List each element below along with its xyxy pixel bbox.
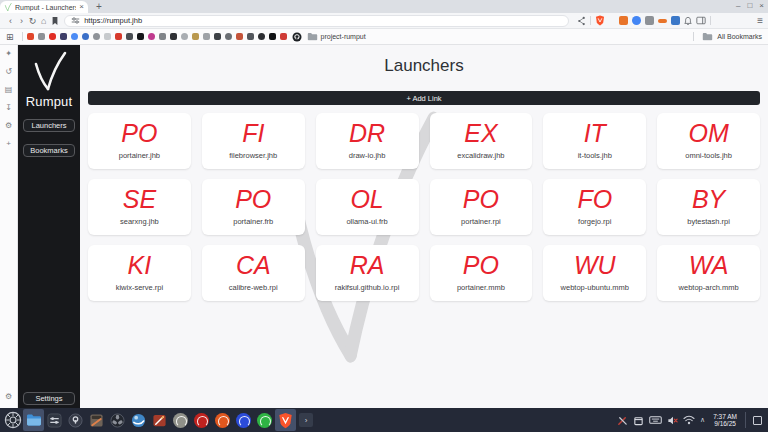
share-icon[interactable] bbox=[577, 16, 586, 26]
bookmark-favicon[interactable] bbox=[203, 33, 210, 40]
bookmark-favicon[interactable] bbox=[82, 33, 89, 40]
tray-keyboard-icon[interactable] bbox=[649, 415, 662, 425]
launcher-card[interactable]: EX excalidraw.jhb bbox=[430, 113, 533, 169]
window-close-button[interactable]: × bbox=[759, 1, 764, 11]
bookmark-favicon[interactable] bbox=[115, 33, 122, 40]
bookmark-favicon[interactable] bbox=[170, 33, 177, 40]
launcher-card[interactable]: PO portainer.rpi bbox=[430, 179, 533, 235]
bookmark-favicon[interactable] bbox=[71, 33, 78, 40]
show-desktop-button[interactable] bbox=[753, 416, 762, 425]
window-minimize-button[interactable]: – bbox=[736, 1, 740, 11]
tray-volume-muted-icon[interactable] bbox=[667, 415, 678, 426]
taskbar-profile-app[interactable] bbox=[170, 409, 191, 431]
tray-wifi-icon[interactable] bbox=[683, 415, 695, 425]
all-bookmarks[interactable]: All Bookmarks bbox=[689, 32, 762, 41]
translate-extension-icon[interactable] bbox=[671, 16, 680, 25]
history-icon[interactable]: ↺ bbox=[5, 67, 12, 77]
taskbar-profile-app[interactable] bbox=[212, 409, 233, 431]
taskbar-calculator[interactable] bbox=[86, 409, 107, 431]
launcher-card[interactable]: FO forgejo.rpi bbox=[543, 179, 646, 235]
sidebar-item-launchers[interactable]: Launchers bbox=[23, 119, 75, 132]
launcher-card[interactable]: OL ollama-ui.frb bbox=[316, 179, 419, 235]
taskbar-profile-app[interactable] bbox=[191, 409, 212, 431]
browser-tab[interactable]: Rumput - Launchers × bbox=[0, 1, 88, 13]
launcher-card[interactable]: PO portainer.jhb bbox=[88, 113, 191, 169]
bookmark-favicon[interactable] bbox=[38, 33, 45, 40]
taskbar-profile-app[interactable] bbox=[254, 409, 275, 431]
launcher-card[interactable]: CA calibre-web.rpi bbox=[202, 245, 305, 301]
blue-extension-icon[interactable] bbox=[632, 16, 641, 25]
taskbar-brave[interactable] bbox=[275, 409, 296, 431]
bookmark-favicon[interactable] bbox=[258, 33, 265, 40]
taskbar-lock-app[interactable] bbox=[65, 409, 86, 431]
launcher-card[interactable]: IT it-tools.jhb bbox=[543, 113, 646, 169]
bookmark-favicon[interactable] bbox=[137, 33, 144, 40]
bookmark-favicon[interactable] bbox=[269, 33, 276, 40]
bookmark-favicon[interactable] bbox=[192, 33, 199, 40]
launcher-card[interactable]: OM omni-tools.jhb bbox=[657, 113, 760, 169]
bookmark-favicon[interactable] bbox=[27, 33, 34, 40]
bookmark-favicon[interactable] bbox=[225, 33, 232, 40]
bookmark-favicon[interactable] bbox=[159, 33, 166, 40]
taskbar-fan-app[interactable] bbox=[107, 409, 128, 431]
launcher-card[interactable]: PO portainer.mmb bbox=[430, 245, 533, 301]
address-bar[interactable]: https://rumput.jhb bbox=[64, 15, 569, 27]
bookmark-favicon[interactable] bbox=[104, 33, 111, 40]
bookmark-favicon[interactable] bbox=[93, 33, 100, 40]
bookmark-favicon[interactable] bbox=[126, 33, 133, 40]
launcher-card[interactable]: BY bytestash.rpi bbox=[657, 179, 760, 235]
bookmark-favicon[interactable] bbox=[60, 33, 67, 40]
bookmark-favicon[interactable] bbox=[236, 33, 243, 40]
settings-button[interactable]: Settings bbox=[23, 392, 75, 405]
bookmark-favicon[interactable] bbox=[247, 33, 254, 40]
start-menu-button[interactable] bbox=[2, 409, 23, 431]
bookmark-favicon[interactable] bbox=[181, 33, 188, 40]
bookmark-favicon[interactable] bbox=[148, 33, 155, 40]
bookmark-folder-project-rumput[interactable]: project-rumput bbox=[307, 32, 366, 41]
bookmark-favicon[interactable] bbox=[280, 33, 287, 40]
launcher-card[interactable]: DR draw-io.jhb bbox=[316, 113, 419, 169]
bookmark-favicon[interactable] bbox=[49, 33, 56, 40]
downloads-icon[interactable]: ↧ bbox=[5, 103, 12, 113]
forward-button[interactable]: › bbox=[16, 14, 27, 28]
taskbar-profile-app[interactable] bbox=[233, 409, 254, 431]
launcher-card[interactable]: SE searxng.jhb bbox=[88, 179, 191, 235]
taskbar-tweaks[interactable] bbox=[44, 409, 65, 431]
site-settings-icon[interactable] bbox=[71, 16, 80, 25]
launcher-card[interactable]: FI filebrowser.jhb bbox=[202, 113, 305, 169]
window-maximize-button[interactable]: □ bbox=[747, 1, 752, 11]
new-tab-button[interactable]: + bbox=[96, 1, 102, 13]
reload-button[interactable]: ↻ bbox=[27, 14, 38, 28]
strip-settings-icon[interactable]: ⚙ bbox=[5, 121, 12, 131]
tab-close-icon[interactable]: × bbox=[79, 3, 84, 11]
taskbar-clock[interactable]: 7:37 AM 9/16/25 bbox=[713, 413, 737, 428]
launcher-card[interactable]: KI kiwix-serve.rpi bbox=[88, 245, 191, 301]
bookmark-icon[interactable] bbox=[49, 16, 60, 26]
add-item-icon[interactable]: + bbox=[6, 139, 11, 149]
tray-clipboard-icon[interactable] bbox=[633, 415, 644, 426]
tray-tools-icon[interactable] bbox=[617, 415, 628, 426]
camera-extension-icon[interactable] bbox=[645, 16, 654, 25]
strip-bottom-settings-icon[interactable]: ⚙ bbox=[5, 392, 12, 402]
sidebar-panel-icon[interactable] bbox=[696, 16, 706, 25]
launcher-card[interactable]: WA webtop-arch.mmb bbox=[657, 245, 760, 301]
brave-shield-icon[interactable] bbox=[595, 15, 605, 26]
leo-ai-icon[interactable]: ✦ bbox=[5, 49, 12, 59]
url-text[interactable]: https://rumput.jhb bbox=[84, 16, 142, 25]
taskbar-overflow-button[interactable]: › bbox=[299, 413, 313, 427]
taskbar-file-manager[interactable] bbox=[23, 409, 44, 431]
sidebar-item-bookmarks[interactable]: Bookmarks bbox=[23, 144, 75, 157]
launcher-card[interactable]: PO portainer.frb bbox=[202, 179, 305, 235]
reading-list-icon[interactable]: ▤ bbox=[5, 85, 13, 95]
launcher-card[interactable]: RA rakifsul.github.io.rpi bbox=[316, 245, 419, 301]
taskbar-globe-app[interactable] bbox=[128, 409, 149, 431]
notification-bell-icon[interactable] bbox=[684, 16, 692, 26]
tray-expand-icon[interactable]: ∧ bbox=[700, 416, 705, 424]
back-button[interactable]: ‹ bbox=[5, 14, 16, 28]
home-button[interactable]: ⌂ bbox=[38, 14, 49, 28]
apps-grid-icon[interactable]: ⊞ bbox=[6, 32, 14, 42]
bookmark-github[interactable] bbox=[292, 32, 302, 42]
menu-icon[interactable]: ≡ bbox=[757, 15, 763, 26]
launcher-card[interactable]: WU webtop-ubuntu.mmb bbox=[543, 245, 646, 301]
rss-extension-icon[interactable] bbox=[619, 16, 628, 25]
